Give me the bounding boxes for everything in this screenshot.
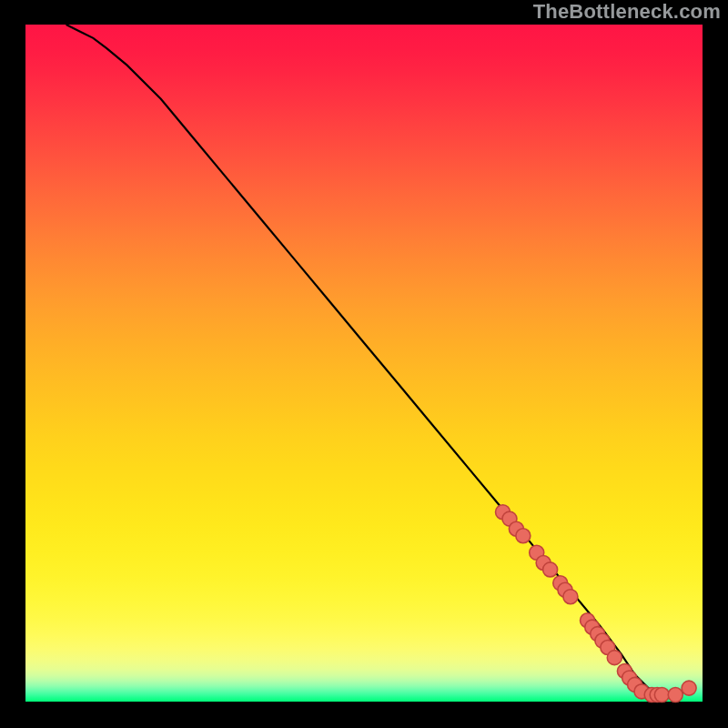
data-marker [607,651,622,665]
data-marker [668,688,682,703]
plot-area [25,25,703,702]
data-marker [654,688,669,703]
chart-svg [0,0,728,728]
attribution-text: TheBottleneck.com [533,0,721,24]
data-marker [563,590,578,604]
data-marker [543,562,558,577]
data-marker [682,681,696,695]
data-marker [516,529,531,543]
chart-stage: TheBottleneck.com [0,0,728,728]
